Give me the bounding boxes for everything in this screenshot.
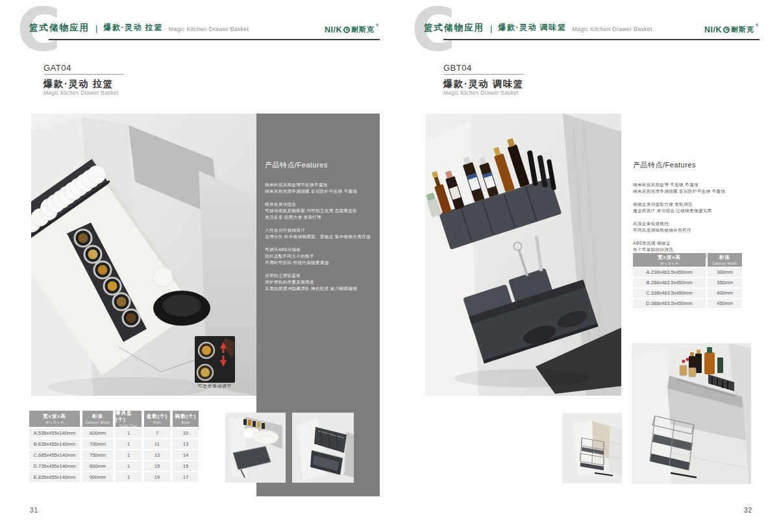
table-header-cell: 餐具盒(个)Cutly Tray bbox=[116, 411, 142, 427]
table-header-cell: 柜体Cabinet Width bbox=[82, 411, 113, 427]
logo-o-icon bbox=[723, 27, 730, 33]
product-name-en: Magic kitchen Drawer Basket bbox=[43, 90, 118, 96]
table-cell: 1 bbox=[116, 461, 142, 471]
catalog-spread: C 篮式储物应用 | 爆款·灵动 拉篮 Magic Kitchen Drawer… bbox=[0, 0, 779, 532]
thumb-photo-plates-drawer bbox=[225, 413, 286, 483]
header-title-cn: 爆款·灵动 调味篮 bbox=[498, 22, 566, 34]
table-cell: 1 bbox=[116, 472, 142, 482]
table-cell: 17 bbox=[173, 472, 199, 482]
header-cn: 餐具盒(个) bbox=[116, 410, 142, 423]
page-number: 31 bbox=[30, 507, 38, 514]
feature-group: 纳米科技表面处理 不生锈 不腐蚀 纳米表面光滑手感细腻 多层防护不生锈 不腐蚀 bbox=[633, 182, 760, 195]
table-cell: B.635x455x140mm bbox=[29, 439, 80, 449]
features-right: 产品特点/Features 纳米科技表面处理 不生锈 不腐蚀 纳米表面光滑手感细… bbox=[633, 160, 760, 266]
spec-table-gbt04: 宽x深x高W x D x H 柜体Cabinet Width A.238x463… bbox=[633, 253, 742, 308]
features-title: 产品特点/Features bbox=[265, 160, 374, 170]
table-header-cell: 碗数(个)Bowl bbox=[173, 411, 199, 427]
header-en: Cutly Tray bbox=[119, 424, 138, 428]
feature-line: 纳米科技表面处理 不生锈 不腐蚀 bbox=[633, 182, 760, 188]
features-title: 产品特点/Features bbox=[633, 160, 760, 170]
header-title-en: Magic Kitchen Drawer Basket bbox=[169, 26, 249, 34]
feature-line: 轻松适配不同大小的瓶子 bbox=[265, 253, 374, 260]
feature-line: 储物盒灵动提取方便 拿取清洗 bbox=[633, 201, 760, 208]
product-name-en: Magic kitchen Drawer Basket bbox=[443, 90, 518, 96]
table-cell: A.238x463.5x450mm bbox=[633, 268, 706, 277]
table-cell: C.685x455x140mm bbox=[29, 450, 80, 460]
table-cell: 1 bbox=[116, 428, 142, 438]
features-left: 产品特点/Features 纳米科技表面处理不生锈不腐蚀 纳米表面光滑手感细腻 … bbox=[265, 160, 374, 298]
table-cell: 11 bbox=[144, 439, 170, 449]
header-title-en: Magic Kitchen Drawer Basket bbox=[572, 26, 652, 34]
product-photo-drawer-basket bbox=[31, 114, 256, 396]
table-cell: 13 bbox=[173, 439, 199, 449]
thumb-photo-double-basket bbox=[292, 413, 354, 483]
feature-line: 高深盒体低矮瓶托 bbox=[633, 221, 760, 227]
page-header-right: 篮式储物应用 | 爆款·灵动 调味篮 Magic Kitchen Drawer … bbox=[424, 22, 652, 34]
header-category: 篮式储物应用 bbox=[424, 22, 484, 34]
table-cell: 400mm bbox=[708, 289, 742, 298]
header-en: Cabinet Width bbox=[85, 420, 110, 424]
model-code: GBT04 bbox=[443, 63, 472, 73]
feature-line: 纳米表面光滑手感细腻 多层防护不生锈 不腐蚀 bbox=[265, 188, 374, 195]
page-number: 32 bbox=[744, 507, 752, 514]
table-cell: C.338x463.5x450mm bbox=[633, 289, 706, 298]
header-en: Cabinet Width bbox=[712, 261, 737, 265]
base-shadow bbox=[454, 369, 591, 387]
feature-line: 采用品牌缓冲隐藏滑轨 推拉轻柔 减少碗碟碰撞 bbox=[265, 285, 374, 292]
feature-line: 灵活多变 使用方便 更易打理 bbox=[265, 214, 374, 221]
nisko-logo: NI/K 耐斯克 ® bbox=[325, 25, 378, 34]
feature-line: 人性化分区收纳设计 bbox=[265, 227, 374, 234]
table-cell: 300mm bbox=[708, 268, 742, 277]
header-cn: 柜体 bbox=[719, 254, 730, 261]
table-cell: 14 bbox=[173, 450, 199, 460]
table-cell: D.388x463.5x450mm bbox=[633, 299, 706, 308]
feature-line: 纳米科技表面处理不生锈不腐蚀 bbox=[265, 182, 374, 188]
header-title-cn: 爆款·灵动 拉篮 bbox=[103, 22, 162, 34]
header-rule bbox=[49, 39, 380, 40]
logo-text-cn: 耐斯克 bbox=[731, 25, 754, 34]
header-en: Bowl bbox=[181, 420, 190, 424]
table-cell: 15 bbox=[173, 461, 199, 471]
header-en: W x D x H bbox=[45, 420, 63, 424]
product-name: 爆款·灵动 拉篮 bbox=[43, 78, 114, 90]
registered-mark: ® bbox=[376, 23, 378, 27]
table-cell: 800mm bbox=[82, 461, 113, 471]
product-photo-spice-basket bbox=[425, 114, 621, 396]
table-header-cell: 柜体Cabinet Width bbox=[708, 253, 742, 267]
feature-line: 可调节ABS分隔板 bbox=[265, 247, 374, 253]
model-code: GAT04 bbox=[43, 63, 71, 73]
table-cell: 600mm bbox=[82, 428, 113, 438]
logo-text-en: NI/K bbox=[704, 25, 722, 34]
logo-text-en: NI/K bbox=[325, 25, 342, 34]
table-header-cell: 宽x深x高W x D x H bbox=[29, 411, 80, 427]
header-en: W x D x H bbox=[660, 261, 678, 265]
feature-line: 不同高度调味瓶收纳井然有序 bbox=[633, 227, 760, 234]
feature-group: 人性化分区收纳设计 合理分区 科学收纳碗碟架、置物盒 集中收纳分类存放 bbox=[265, 227, 374, 240]
product-name: 爆款·灵动 调味篮 bbox=[443, 78, 524, 90]
table-cell: 1 bbox=[116, 450, 142, 460]
logo-text-cn: 耐斯克 bbox=[351, 25, 375, 34]
model-underline bbox=[44, 74, 124, 75]
header-cn: 宽x深x高 bbox=[658, 254, 681, 261]
logo-o-icon bbox=[343, 27, 350, 33]
feature-line: 纳米表面光滑手感细腻 多层防护不生锈 不腐蚀 bbox=[633, 188, 760, 195]
table-header-cell: 盘数(个)Dish bbox=[144, 411, 170, 427]
header-cn: 碗数(个) bbox=[175, 413, 197, 420]
header-en: Dish bbox=[153, 420, 161, 424]
table-cell: 350mm bbox=[708, 278, 742, 287]
feature-group: 模块化灵动组合 可移动底板及碗碟架 均可独立使用 且随意提取 灵活多变 使用方便… bbox=[265, 201, 374, 221]
table-cell: A.535x455x140mm bbox=[29, 428, 80, 438]
table-cell: 750mm bbox=[82, 450, 113, 460]
table-cell: 10 bbox=[173, 428, 199, 438]
nisko-logo: NI/K 耐斯克 ® bbox=[704, 25, 758, 34]
header-cn: 宽x深x高 bbox=[43, 413, 66, 420]
table-cell: 19 bbox=[144, 472, 170, 482]
table-cell: B.288x463.5x450mm bbox=[633, 278, 706, 287]
registered-mark: ® bbox=[756, 23, 758, 27]
table-cell: 450mm bbox=[708, 299, 742, 308]
feature-line: 自带防尘滑轨盖板 bbox=[265, 272, 374, 279]
feature-line: 魔盒式设计 灵动组合 让收纳更便捷实用 bbox=[633, 208, 760, 214]
thumb-photo-empty-basket bbox=[562, 413, 622, 483]
table-cell: 7 bbox=[144, 428, 170, 438]
feature-group: 可调节ABS分隔板 轻松适配不同大小的瓶子 不用时可拆卸 拒绝约束随意摆放 bbox=[265, 247, 374, 266]
